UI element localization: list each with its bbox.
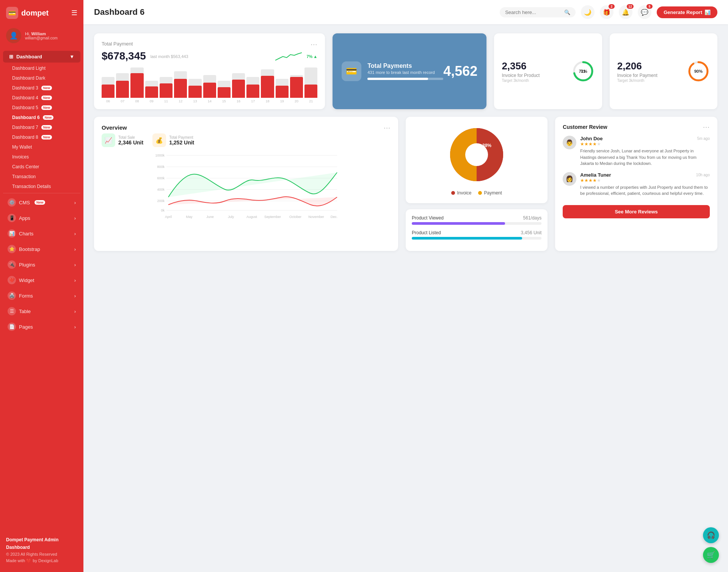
svg-text:July: July [228, 215, 234, 219]
row-1: Total Payment ··· $678,345 last month $5… [94, 33, 717, 109]
sidebar-item-dashboard-8[interactable]: Dashboard 8 New [0, 132, 83, 142]
sidebar-item-pages[interactable]: 📄 Pages › [2, 319, 82, 334]
new-badge: New [41, 86, 52, 90]
svg-text:38%: 38% [482, 143, 491, 148]
widget-icon: ❤️ [8, 276, 16, 284]
topbar: Dashboard 6 🔍 🌙 🎁 2 🔔 12 💬 5 Gen [83, 0, 728, 24]
generate-report-button[interactable]: Generate Report 📊 [657, 6, 717, 18]
review-2-text: I viewed a number of properties with Jus… [580, 184, 710, 197]
svg-text:200k: 200k [157, 199, 165, 203]
card-menu-icon[interactable]: ··· [311, 41, 317, 48]
sidebar-item-charts[interactable]: 📊 Charts › [2, 226, 82, 241]
bar-label: 06 [102, 99, 115, 103]
sale-icon: 📈 [102, 133, 115, 147]
bar-label: 19 [276, 99, 289, 103]
new-badge: New [41, 135, 52, 139]
product-listed-name: Product Listed [412, 230, 441, 235]
sidebar-item-cards-center[interactable]: Cards Center [0, 162, 83, 172]
sidebar-item-dashboard-6[interactable]: Dashboard 6 New [0, 113, 83, 122]
svg-text:600k: 600k [157, 176, 165, 180]
svg-text:April: April [165, 215, 172, 219]
pie-chart-svg: 62% 38% [446, 124, 507, 185]
message-badge: 5 [646, 4, 653, 9]
review-menu-icon[interactable]: ··· [703, 124, 710, 130]
sidebar-item-transaction[interactable]: Transaction [0, 172, 83, 182]
message-button[interactable]: 💬 5 [638, 5, 651, 19]
search-input[interactable] [505, 9, 561, 15]
new-badge: New [43, 115, 54, 120]
greeting: Hi, William [25, 31, 58, 36]
invoice-payment-info: 2,206 Invoice for Payment Target 3k/mont… [617, 60, 657, 83]
sidebar-item-table[interactable]: ☰ Table › [2, 304, 82, 319]
sparkline-chart [275, 51, 302, 62]
bar-item [203, 75, 216, 98]
sidebar-footer: Dompet Payment Admin Dashboard © 2023 Al… [0, 532, 83, 566]
sidebar-item-transaction-details[interactable]: Transaction Details [0, 182, 83, 191]
review-1-stars: ★★★★★ [580, 141, 710, 147]
invoice-payment-amount: 2,206 [617, 60, 657, 72]
gift-button[interactable]: 🎁 2 [600, 5, 613, 19]
sidebar-item-widget[interactable]: ❤️ Widget › [2, 273, 82, 288]
sidebar-item-bootstrap[interactable]: ⭐ Bootstrap › [2, 241, 82, 257]
payment-label: Payment [484, 190, 502, 196]
bell-badge: 12 [627, 4, 634, 9]
wallet-card-icon: 💳 [342, 61, 361, 81]
headphone-fab[interactable]: 🎧 [703, 527, 719, 543]
svg-text:1000k: 1000k [155, 154, 165, 157]
product-viewed-name: Product Viewed [412, 215, 444, 221]
see-more-reviews-button[interactable]: See More Reviews [563, 205, 710, 218]
bar-chart-container: 060708091112131415161718192021 [102, 67, 317, 102]
sidebar-item-invoices[interactable]: Invoices [0, 152, 83, 162]
avatar: 👤 [6, 28, 21, 43]
sidebar-item-my-wallet[interactable]: My Wallet [0, 142, 83, 152]
search-box[interactable]: 🔍 [500, 7, 576, 17]
customer-review-card: Customer Review ··· 👨 John Doe 5m ago ★★… [555, 117, 717, 251]
product-viewed-value: 561/days [523, 215, 542, 221]
invoice-label: Invoice [457, 190, 471, 196]
bell-button[interactable]: 🔔 12 [619, 5, 632, 19]
svg-text:November: November [308, 215, 324, 219]
sidebar-item-dashboard-4[interactable]: Dashboard 4 New [0, 93, 83, 103]
invoice-product-amount: 2,356 [502, 60, 540, 72]
review-item-2: 👩 Amelia Tuner 10h ago ★★★★★ I viewed a … [563, 172, 710, 197]
dark-mode-button[interactable]: 🌙 [581, 5, 595, 19]
main-content: Dashboard 6 🔍 🌙 🎁 2 🔔 12 💬 5 Gen [83, 0, 728, 572]
sidebar-item-dashboard-5[interactable]: Dashboard 5 New [0, 103, 83, 113]
page-content: Total Payment ··· $678,345 last month $5… [83, 24, 728, 572]
overview-header: Overview ··· [102, 124, 391, 131]
sidebar-item-dashboard-dark[interactable]: Dashboard Dark [0, 73, 83, 83]
overview-menu-icon[interactable]: ··· [384, 124, 391, 131]
svg-text:800k: 800k [157, 165, 165, 169]
area-chart: 1000k 800k 600k 400k 200k 0k April May [102, 152, 391, 227]
sidebar-item-apps[interactable]: 📱 Apps › [2, 210, 82, 226]
trend-badge: 7% ▲ [306, 54, 317, 59]
bar-label: 18 [261, 99, 274, 103]
bar-label: 07 [116, 99, 129, 103]
bar-item [130, 67, 143, 98]
bar-item [102, 77, 115, 98]
hamburger-icon[interactable]: ☰ [71, 9, 77, 17]
sidebar-item-forms[interactable]: 🖨️ Forms › [2, 288, 82, 303]
divider [3, 193, 80, 193]
sidebar-nav: ⊞ Dashboard ▼ Dashboard Light Dashboard … [0, 49, 83, 532]
sidebar-item-cms[interactable]: ⚙️ CMS New › [2, 195, 82, 210]
invoice-dot [451, 191, 455, 195]
invoice-product-card: 2,356 Invoice for Product Target 3k/mont… [494, 33, 602, 109]
sidebar-item-dashboard[interactable]: ⊞ Dashboard ▼ [3, 51, 80, 63]
cart-fab[interactable]: 🛒 [703, 547, 719, 563]
bar-label: 08 [130, 99, 143, 103]
plugins-icon: 🔌 [8, 260, 16, 269]
reviewer-1-name: John Doe [580, 136, 602, 141]
chevron-right-icon: › [74, 200, 76, 205]
total-payment-value: 1,252 Unit [169, 139, 194, 146]
sidebar-item-dashboard-7[interactable]: Dashboard 7 New [0, 122, 83, 132]
sidebar-item-dashboard-light[interactable]: Dashboard Light [0, 63, 83, 73]
bar-label: 13 [188, 99, 201, 103]
chevron-right-icon: › [74, 324, 76, 330]
sidebar-item-dashboard-3[interactable]: Dashboard 3 New [0, 83, 83, 93]
apps-icon: 📱 [8, 214, 16, 222]
dashboard-icon: ⊞ [9, 54, 13, 60]
svg-text:May: May [186, 215, 193, 219]
sidebar-item-plugins[interactable]: 🔌 Plugins › [2, 257, 82, 272]
product-listed-value: 3,456 Unit [521, 230, 542, 235]
